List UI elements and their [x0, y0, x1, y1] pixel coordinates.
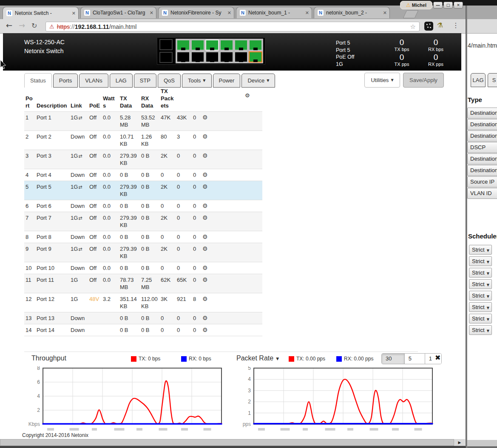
scheduler-option[interactable]: Strict▼: [469, 279, 492, 289]
port-row-11[interactable]: 11Port 111GOff0.078.73 MB7.25 MB62K65K0⚙: [24, 274, 262, 293]
row-settings-gear-icon[interactable]: ⚙: [202, 233, 208, 240]
scheduler-option[interactable]: Strict▼: [469, 291, 492, 301]
port-row-6[interactable]: 6Port 6DownOff0.00 B0 B000⚙: [24, 200, 262, 212]
browser-tab[interactable]: NNetonix_boum_1 -✕: [236, 7, 312, 18]
sfp-port[interactable]: [159, 39, 173, 50]
range-button-30-sec[interactable]: 30 sec: [382, 354, 405, 364]
switch-port-10[interactable]: [234, 51, 248, 62]
row-settings-gear-icon[interactable]: ⚙: [202, 295, 208, 302]
row-settings-gear-icon[interactable]: ⚙: [202, 183, 208, 190]
switch-port-5[interactable]: [205, 40, 219, 51]
bg-horizontal-scrollbar[interactable]: [467, 440, 497, 446]
back-icon[interactable]: ←: [6, 21, 12, 30]
switch-port-11[interactable]: [249, 40, 262, 51]
switch-port-8[interactable]: [220, 51, 233, 62]
tab-close-icon[interactable]: ✕: [72, 11, 76, 16]
switch-port-6[interactable]: [205, 51, 219, 62]
bg-tab-stp[interactable]: S: [488, 73, 497, 87]
port-row-2[interactable]: 2Port 2DownOff0.010.71 KB1.26 KB8030⚙: [24, 131, 262, 150]
minimize-button[interactable]: ―: [433, 2, 443, 9]
port-row-13[interactable]: 13Port 13Down0 B0 B000⚙: [24, 312, 262, 324]
switch-port-12[interactable]: [249, 51, 262, 62]
row-settings-gear-icon[interactable]: ⚙: [202, 326, 208, 333]
tab-close-icon[interactable]: ✕: [383, 10, 387, 16]
bookmark-star-icon[interactable]: ☆: [410, 23, 416, 31]
utilities-button[interactable]: Utilities▼: [364, 73, 400, 88]
switch-port-3[interactable]: [191, 40, 204, 51]
type-option[interactable]: Destination: [467, 153, 497, 164]
port-row-3[interactable]: 3Port 31G⇄Off0.0279.39 KB0 B2K00⚙: [24, 150, 262, 169]
browser-menu-icon[interactable]: ⋮: [452, 21, 459, 29]
scrollbar-thumb[interactable]: [0, 439, 454, 446]
tab-tools[interactable]: Tools▼: [182, 74, 212, 88]
maximize-button[interactable]: □: [443, 2, 453, 9]
port-row-4[interactable]: 4Port 4DownOff0.00 B0 B000⚙: [24, 169, 262, 181]
switch-port-4[interactable]: [191, 51, 204, 62]
port-row-14[interactable]: 14Port 14Down0 B0 B000⚙: [24, 324, 262, 336]
scheduler-option[interactable]: Strict▼: [469, 268, 492, 278]
reload-icon[interactable]: ↻: [31, 22, 37, 30]
tab-stp[interactable]: STP: [134, 74, 156, 88]
switch-port-2[interactable]: [176, 51, 190, 62]
browser-tab[interactable]: NNetonix Switch -✕: [3, 7, 79, 19]
close-button[interactable]: ✕: [454, 2, 463, 9]
row-settings-gear-icon[interactable]: ⚙: [202, 276, 208, 283]
row-settings-gear-icon[interactable]: ⚙: [202, 264, 208, 271]
port-row-9[interactable]: 9Port 91G⇄Off0.0279.39 KB0 B2K00⚙: [24, 243, 262, 262]
tab-qos[interactable]: QoS: [158, 74, 181, 88]
address-bar[interactable]: ⚠ https :// 192.168.1.11 /main.html ☆: [45, 22, 420, 31]
type-option[interactable]: Destination: [467, 130, 497, 142]
type-option[interactable]: Source IP: [467, 176, 497, 187]
close-chart-icon[interactable]: ✖: [435, 354, 440, 362]
bg-address-bar[interactable]: 4/main.htm: [467, 41, 497, 51]
tab-vlans[interactable]: VLANs: [79, 74, 108, 88]
tab-status[interactable]: Status: [24, 73, 52, 88]
range-button-5-min[interactable]: 5 min: [405, 354, 425, 364]
port-row-1[interactable]: 1Port 11G⇄Off0.05.28 MB53.52 MB47K43K0⚙: [24, 112, 262, 131]
scheduler-option[interactable]: Strict▼: [469, 256, 492, 266]
port-row-5[interactable]: 5Port 51G⇄Off0.0279.39 KB0 B2K00⚙: [24, 181, 262, 200]
row-settings-gear-icon[interactable]: ⚙: [202, 114, 208, 121]
scheduler-option[interactable]: Strict▼: [469, 245, 492, 255]
scheduler-option[interactable]: Strict▼: [469, 314, 492, 323]
horizontal-scrollbar[interactable]: ▶: [0, 439, 466, 446]
browser-tab[interactable]: NNetonixFibrenoire - Sy✕: [158, 7, 234, 18]
row-settings-gear-icon[interactable]: ⚙: [202, 152, 208, 159]
row-settings-gear-icon[interactable]: ⚙: [202, 315, 208, 321]
switch-port-1[interactable]: [176, 40, 190, 51]
save-apply-button[interactable]: Save/Apply: [403, 73, 444, 88]
row-settings-gear-icon[interactable]: ⚙: [202, 245, 208, 252]
packet-rate-title[interactable]: Packet Rate▼: [236, 354, 279, 362]
port-row-7[interactable]: 7Port 71G⇄Off0.0279.39 KB0 B2K00⚙: [24, 212, 262, 231]
browser-tab[interactable]: Nnetonix_boum_2 -✕: [314, 7, 390, 18]
type-option[interactable]: Destination: [467, 119, 497, 130]
browser-tab[interactable]: NCloTargoSw1 - CloTarg✕: [80, 7, 156, 18]
port-row-12[interactable]: 12Port 121G48V3.2351.14 KB112.00 KB3K921…: [24, 293, 262, 312]
table-settings-gear-icon[interactable]: ⚙: [245, 92, 250, 99]
row-settings-gear-icon[interactable]: ⚙: [202, 133, 208, 140]
type-option[interactable]: VLAN ID: [467, 188, 497, 199]
port-row-10[interactable]: 10Port 10DownOff0.00 B0 B000⚙: [24, 262, 262, 274]
tab-close-icon[interactable]: ✕: [227, 10, 231, 16]
row-settings-gear-icon[interactable]: ⚙: [202, 214, 208, 221]
tab-ports[interactable]: Ports: [53, 74, 78, 88]
type-option[interactable]: Destination: [467, 108, 497, 119]
tab-close-icon[interactable]: ✕: [150, 10, 153, 16]
scheduler-option[interactable]: Strict▼: [469, 302, 492, 312]
scroll-right-arrow[interactable]: ▶: [454, 439, 465, 446]
switch-port-7[interactable]: [220, 40, 233, 51]
sfp-port[interactable]: [159, 52, 173, 63]
bg-tab-lag[interactable]: LAG: [471, 73, 486, 87]
row-settings-gear-icon[interactable]: ⚙: [202, 202, 208, 209]
lab-flask-extension-icon[interactable]: ⚗: [437, 21, 443, 29]
port-row-8[interactable]: 8Port 8DownOff0.00 B0 B000⚙: [24, 231, 262, 243]
scheduler-option[interactable]: Strict▼: [469, 325, 492, 335]
tab-device[interactable]: Device▼: [241, 74, 275, 88]
type-option[interactable]: Destination: [467, 165, 497, 176]
tab-power[interactable]: Power: [213, 74, 241, 88]
tab-lag[interactable]: LAG: [110, 74, 133, 88]
extension-icon[interactable]: [424, 22, 433, 31]
switch-port-9[interactable]: [234, 40, 248, 51]
insecure-warning-icon[interactable]: ⚠: [49, 23, 54, 30]
tab-close-icon[interactable]: ✕: [305, 10, 309, 16]
